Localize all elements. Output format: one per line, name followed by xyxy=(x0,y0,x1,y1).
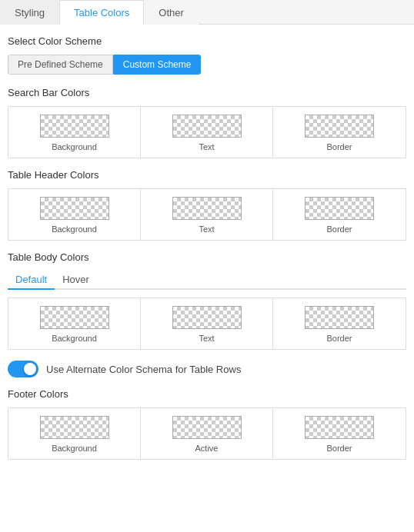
main-content: Select Color Scheme Pre Defined Scheme C… xyxy=(0,25,414,480)
alternate-color-toggle[interactable] xyxy=(8,361,38,377)
table-body-color-grid: Background Text Border xyxy=(8,298,406,350)
search-bar-background-swatch[interactable] xyxy=(40,115,109,138)
table-body-border-label: Border xyxy=(326,334,352,343)
table-header-text-cell: Text xyxy=(141,189,273,240)
footer-border-cell: Border xyxy=(273,408,406,459)
table-header-border-swatch[interactable] xyxy=(305,197,374,220)
footer-background-label: Background xyxy=(52,444,97,453)
search-bar-section-title: Search Bar Colors xyxy=(8,87,406,98)
toggle-track xyxy=(8,361,38,377)
custom-scheme-button[interactable]: Custom Scheme xyxy=(113,55,202,75)
table-header-background-label: Background xyxy=(52,224,97,234)
search-bar-background-cell: Background xyxy=(8,107,141,158)
search-bar-text-swatch[interactable] xyxy=(172,115,242,138)
color-scheme-title: Select Color Scheme xyxy=(8,35,406,47)
scheme-button-group: Pre Defined Scheme Custom Scheme xyxy=(8,55,406,75)
table-body-background-cell: Background xyxy=(8,298,141,349)
table-body-section-title: Table Body Colors xyxy=(8,251,406,263)
footer-background-cell: Background xyxy=(8,408,141,459)
table-header-background-swatch[interactable] xyxy=(40,197,109,220)
footer-active-cell: Active xyxy=(141,408,273,459)
table-header-border-label: Border xyxy=(326,224,352,234)
search-bar-border-label: Border xyxy=(326,142,352,151)
search-bar-color-grid: Background Text Border xyxy=(8,106,406,158)
table-header-background-cell: Background xyxy=(8,189,141,240)
tab-bar: Styling Table Colors Other xyxy=(0,0,414,25)
table-header-color-grid: Background Text Border xyxy=(8,188,406,241)
table-body-sub-tabs: Default Hover xyxy=(8,271,406,290)
footer-active-swatch[interactable] xyxy=(172,416,242,439)
table-header-text-label: Text xyxy=(199,224,214,234)
alternate-color-label: Use Alternate Color Schema for Table Row… xyxy=(46,364,241,375)
search-bar-border-swatch[interactable] xyxy=(305,115,374,138)
table-body-background-swatch[interactable] xyxy=(40,306,109,329)
footer-active-label: Active xyxy=(195,444,219,453)
search-bar-text-cell: Text xyxy=(141,107,273,158)
footer-section-title: Footer Colors xyxy=(8,388,406,400)
table-header-section-title: Table Header Colors xyxy=(8,169,406,181)
search-bar-background-label: Background xyxy=(52,142,97,151)
footer-color-grid: Background Active Border xyxy=(8,407,406,460)
sub-tab-default[interactable]: Default xyxy=(8,271,55,290)
search-bar-border-cell: Border xyxy=(273,107,406,158)
predefined-scheme-button[interactable]: Pre Defined Scheme xyxy=(8,55,113,75)
tab-styling[interactable]: Styling xyxy=(0,0,59,25)
table-body-background-label: Background xyxy=(52,334,97,343)
table-body-border-swatch[interactable] xyxy=(305,306,374,329)
tab-other[interactable]: Other xyxy=(144,0,199,25)
tab-table-colors[interactable]: Table Colors xyxy=(59,0,144,25)
footer-border-swatch[interactable] xyxy=(305,416,374,439)
table-body-border-cell: Border xyxy=(273,298,406,349)
table-header-text-swatch[interactable] xyxy=(172,197,242,220)
table-body-text-label: Text xyxy=(199,334,214,343)
search-bar-text-label: Text xyxy=(199,142,214,151)
footer-border-label: Border xyxy=(326,444,352,453)
alternate-color-toggle-row: Use Alternate Color Schema for Table Row… xyxy=(8,361,406,377)
table-header-border-cell: Border xyxy=(273,189,406,240)
sub-tab-hover[interactable]: Hover xyxy=(55,271,97,290)
table-body-text-swatch[interactable] xyxy=(172,306,242,329)
table-body-text-cell: Text xyxy=(141,298,273,349)
toggle-thumb xyxy=(24,363,36,375)
footer-background-swatch[interactable] xyxy=(40,416,109,439)
